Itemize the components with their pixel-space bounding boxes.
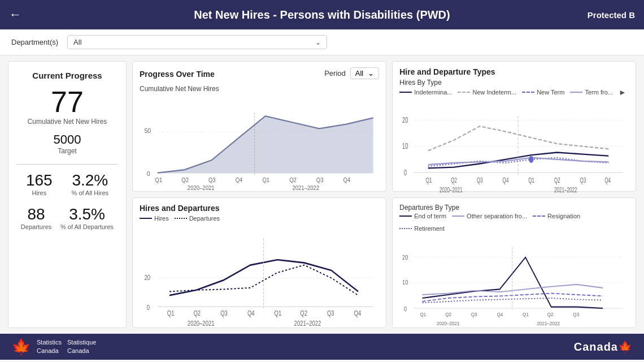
svg-text:Q3: Q3	[327, 309, 334, 317]
progress-over-time-panel: Progress Over Time Period All ⌄ Cumulati…	[132, 61, 386, 192]
hires-departures-legend: Hires Departures	[140, 215, 379, 222]
svg-text:2020–2021: 2020–2021	[188, 320, 215, 327]
legend-new-term-line	[522, 92, 534, 93]
svg-text:2021–2022: 2021–2022	[554, 187, 577, 194]
stats-line1: Statistics	[37, 339, 62, 346]
hires-by-type-legend: Indetermina... New Indeterm... New Term …	[399, 88, 629, 97]
svg-text:Q3: Q3	[471, 312, 477, 318]
legend-end-of-term: End of term	[399, 213, 446, 219]
svg-text:Q2: Q2	[445, 312, 451, 318]
hires-value: 165	[26, 171, 53, 189]
legend-other-sep: Other separation fro...	[452, 213, 527, 219]
legend-hires-label: Hires	[154, 215, 169, 222]
period-label: Period	[324, 69, 346, 77]
legend-departures: Departures	[175, 215, 220, 222]
department-filter-select[interactable]: All ⌄	[67, 35, 327, 49]
current-progress-title: Current Progress	[32, 71, 102, 80]
svg-text:20: 20	[402, 254, 408, 261]
legend-term-from: Term fro...	[570, 89, 613, 96]
statistique-canada-text: Statistique Canada	[67, 338, 96, 356]
svg-text:Q1: Q1	[262, 177, 269, 183]
svg-text:2021–2022: 2021–2022	[292, 185, 319, 191]
svg-text:20: 20	[144, 274, 150, 281]
cumulative-net-new-hires-subtitle: Cumulative Net New Hires	[140, 85, 379, 93]
svg-text:Q1: Q1	[275, 309, 282, 317]
svg-text:Q2: Q2	[289, 177, 297, 183]
hires-cell: 165 Hires	[26, 171, 53, 196]
legend-departures-line	[175, 218, 187, 219]
svg-text:Q4: Q4	[343, 177, 351, 183]
chevron-down-icon: ⌄	[315, 38, 321, 46]
canada-label: Canada	[574, 341, 618, 353]
legend-new-term: New Term	[522, 89, 564, 96]
legend-new-term-label: New Term	[537, 89, 564, 96]
hires-row: 165 Hires 3.2% % of All Hires	[16, 171, 118, 196]
svg-text:Q3: Q3	[580, 177, 586, 184]
target-value: 5000	[54, 132, 81, 147]
legend-new-indet-line	[458, 92, 470, 93]
stats-line2: Canada	[37, 347, 59, 354]
svg-text:2020–2021: 2020–2021	[440, 187, 463, 194]
hires-pct-label: % of All Hires	[72, 189, 108, 196]
legend-resignation: Resignation	[533, 213, 580, 219]
back-button[interactable]: ←	[9, 7, 21, 22]
svg-text:2020–2021: 2020–2021	[188, 185, 215, 191]
progress-over-time-title: Progress Over Time	[140, 70, 215, 79]
svg-text:Q4: Q4	[247, 309, 255, 317]
top-row: Progress Over Time Period All ⌄ Cumulati…	[132, 61, 636, 192]
svg-text:50: 50	[144, 127, 151, 134]
legend-retirement-label: Retirement	[414, 225, 445, 232]
protected-badge: Protected B	[588, 10, 635, 20]
legend-hires-line	[140, 218, 152, 219]
svg-text:Q3: Q3	[477, 177, 483, 184]
legend-resignation-label: Resignation	[547, 213, 580, 219]
svg-text:Q4: Q4	[604, 177, 611, 184]
svg-text:2021–2022: 2021–2022	[537, 320, 560, 326]
stats-fr-line1: Statistique	[67, 339, 96, 346]
legend-departures-label: Departures	[189, 215, 220, 222]
svg-text:Q2: Q2	[181, 177, 189, 183]
svg-text:0: 0	[147, 304, 150, 311]
svg-text:Q2: Q2	[193, 309, 201, 317]
departures-by-type-subtitle: Departures By Type	[399, 204, 629, 212]
svg-text:Q4: Q4	[354, 309, 362, 317]
svg-text:Q3: Q3	[208, 177, 216, 183]
period-chevron-icon: ⌄	[368, 69, 374, 77]
period-select[interactable]: All ⌄	[350, 67, 379, 79]
hires-by-type-subtitle: Hires By Type	[399, 79, 629, 87]
bottom-row: Hires and Departures Hires Departures	[132, 197, 636, 328]
departures-pct-value: 3.5%	[60, 205, 114, 223]
svg-text:2021–2022: 2021–2022	[294, 320, 321, 327]
legend-retirement-line	[399, 228, 412, 229]
hires-by-type-chart: 0 10 20 Q1	[399, 98, 629, 186]
svg-text:10: 10	[402, 141, 408, 150]
departures-by-type-panel: Departures By Type End of term Other sep…	[392, 197, 636, 328]
period-value: All	[355, 69, 363, 77]
svg-text:Q2: Q2	[451, 177, 458, 184]
svg-text:Q1: Q1	[523, 312, 529, 318]
hires-label: Hires	[26, 189, 53, 196]
departures-pct-label: % of All Departures	[60, 223, 114, 230]
svg-text:Q1: Q1	[167, 309, 175, 317]
legend-indeterminate-line	[399, 92, 412, 93]
departures-by-type-legend: End of term Other separation fro... Resi…	[399, 213, 629, 232]
svg-text:2020–2021: 2020–2021	[437, 320, 460, 326]
target-label: Target	[58, 147, 76, 155]
cumulative-chart-area: 0 50 Q1 Q2 Q3 Q4 Q1	[140, 94, 379, 186]
svg-text:0: 0	[147, 170, 150, 177]
hires-pct-value: 3.2%	[72, 171, 108, 189]
svg-text:Q4: Q4	[236, 177, 243, 183]
chart-next-button[interactable]: ►	[619, 88, 626, 97]
svg-text:20: 20	[402, 115, 408, 124]
legend-term-from-line	[570, 92, 582, 93]
svg-text:Q3: Q3	[316, 177, 324, 183]
period-filter-row: Period All ⌄	[324, 67, 379, 79]
cumulative-net-new-hires-value: 77	[51, 87, 84, 117]
departures-row: 88 Departures 3.5% % of All Departures	[16, 205, 118, 230]
department-filter-value: All	[73, 38, 81, 46]
header: ← Net New Hires - Persons with Disabilit…	[0, 0, 644, 29]
department-filter-label: Department(s)	[11, 38, 58, 46]
stats-canada-text: Statistics Canada	[37, 338, 62, 356]
legend-new-indet-label: New Indeterm...	[472, 89, 516, 96]
legend-end-of-term-label: End of term	[414, 213, 446, 219]
